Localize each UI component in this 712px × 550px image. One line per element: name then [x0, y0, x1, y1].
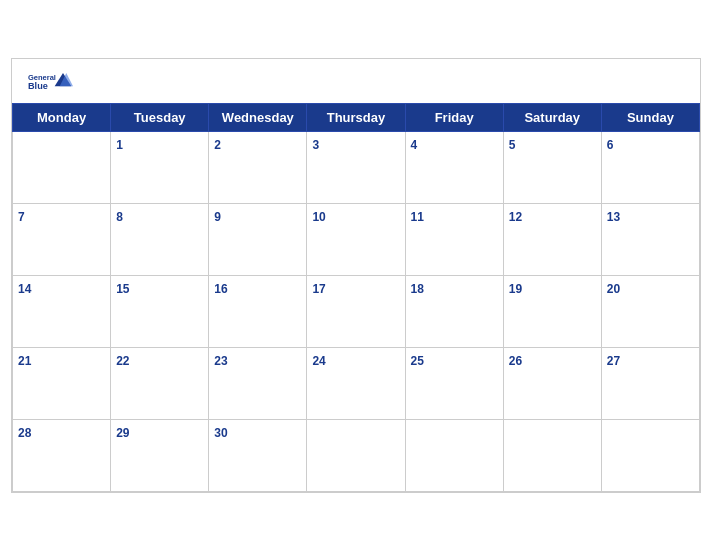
weekday-header-sunday: Sunday [601, 103, 699, 131]
day-cell-1: 1 [111, 131, 209, 203]
day-cell-27: 27 [601, 347, 699, 419]
day-cell-13: 13 [601, 203, 699, 275]
day-number-7: 7 [18, 210, 25, 224]
day-number-23: 23 [214, 354, 227, 368]
day-number-21: 21 [18, 354, 31, 368]
day-number-8: 8 [116, 210, 123, 224]
day-number-27: 27 [607, 354, 620, 368]
empty-cell [13, 131, 111, 203]
day-number-22: 22 [116, 354, 129, 368]
day-number-14: 14 [18, 282, 31, 296]
day-cell-11: 11 [405, 203, 503, 275]
day-cell-26: 26 [503, 347, 601, 419]
day-number-11: 11 [411, 210, 424, 224]
day-cell-17: 17 [307, 275, 405, 347]
day-number-2: 2 [214, 138, 221, 152]
weekday-header-wednesday: Wednesday [209, 103, 307, 131]
day-cell-29: 29 [111, 419, 209, 491]
day-number-4: 4 [411, 138, 418, 152]
empty-cell [307, 419, 405, 491]
day-number-3: 3 [312, 138, 319, 152]
weekday-header-tuesday: Tuesday [111, 103, 209, 131]
weekday-header-row: MondayTuesdayWednesdayThursdayFridaySatu… [13, 103, 700, 131]
day-cell-22: 22 [111, 347, 209, 419]
day-number-13: 13 [607, 210, 620, 224]
day-cell-5: 5 [503, 131, 601, 203]
weekday-header-monday: Monday [13, 103, 111, 131]
day-number-20: 20 [607, 282, 620, 296]
day-number-19: 19 [509, 282, 522, 296]
week-row-4: 21222324252627 [13, 347, 700, 419]
day-cell-16: 16 [209, 275, 307, 347]
day-cell-9: 9 [209, 203, 307, 275]
day-cell-28: 28 [13, 419, 111, 491]
day-cell-4: 4 [405, 131, 503, 203]
empty-cell [405, 419, 503, 491]
weekday-header-thursday: Thursday [307, 103, 405, 131]
day-cell-24: 24 [307, 347, 405, 419]
calendar-table: MondayTuesdayWednesdayThursdayFridaySatu… [12, 103, 700, 492]
day-cell-15: 15 [111, 275, 209, 347]
calendar-header: General Blue [12, 59, 700, 103]
day-number-5: 5 [509, 138, 516, 152]
logo-icon: General Blue [28, 69, 78, 97]
day-number-24: 24 [312, 354, 325, 368]
day-cell-21: 21 [13, 347, 111, 419]
day-cell-14: 14 [13, 275, 111, 347]
week-row-1: 123456 [13, 131, 700, 203]
week-row-2: 78910111213 [13, 203, 700, 275]
day-number-1: 1 [116, 138, 123, 152]
day-number-29: 29 [116, 426, 129, 440]
weekday-header-saturday: Saturday [503, 103, 601, 131]
day-number-9: 9 [214, 210, 221, 224]
day-cell-20: 20 [601, 275, 699, 347]
day-number-12: 12 [509, 210, 522, 224]
day-cell-23: 23 [209, 347, 307, 419]
week-row-3: 14151617181920 [13, 275, 700, 347]
day-number-30: 30 [214, 426, 227, 440]
day-cell-7: 7 [13, 203, 111, 275]
day-number-26: 26 [509, 354, 522, 368]
week-row-5: 282930 [13, 419, 700, 491]
day-number-10: 10 [312, 210, 325, 224]
empty-cell [503, 419, 601, 491]
calendar: General Blue MondayTuesdayWednesdayThurs… [11, 58, 701, 493]
day-cell-8: 8 [111, 203, 209, 275]
day-cell-10: 10 [307, 203, 405, 275]
day-cell-2: 2 [209, 131, 307, 203]
day-number-15: 15 [116, 282, 129, 296]
day-number-18: 18 [411, 282, 424, 296]
empty-cell [601, 419, 699, 491]
day-cell-19: 19 [503, 275, 601, 347]
day-cell-6: 6 [601, 131, 699, 203]
day-cell-12: 12 [503, 203, 601, 275]
logo: General Blue [28, 69, 78, 97]
day-number-16: 16 [214, 282, 227, 296]
day-cell-18: 18 [405, 275, 503, 347]
day-number-17: 17 [312, 282, 325, 296]
day-number-6: 6 [607, 138, 614, 152]
svg-text:Blue: Blue [28, 80, 48, 90]
day-cell-25: 25 [405, 347, 503, 419]
day-number-28: 28 [18, 426, 31, 440]
day-cell-3: 3 [307, 131, 405, 203]
day-cell-30: 30 [209, 419, 307, 491]
weekday-header-friday: Friday [405, 103, 503, 131]
day-number-25: 25 [411, 354, 424, 368]
